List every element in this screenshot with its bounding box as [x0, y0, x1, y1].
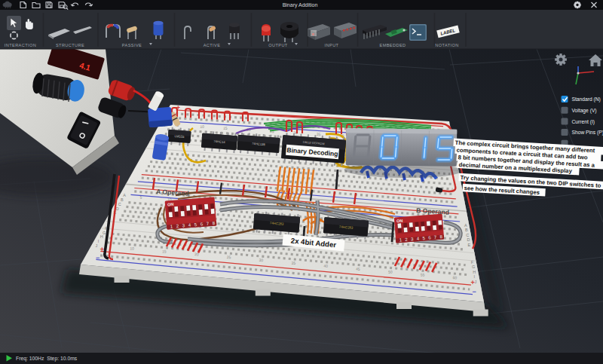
- svg-text:D: D: [467, 237, 470, 242]
- svg-text:+: +: [470, 279, 474, 286]
- svg-text:−: −: [96, 254, 99, 262]
- svg-text:J: J: [475, 280, 477, 284]
- svg-text:35: 35: [317, 132, 321, 136]
- svg-text:25: 25: [227, 255, 231, 259]
- svg-text:LM555: LM555: [174, 134, 185, 139]
- svg-text:A: A: [464, 223, 467, 228]
- svg-text:A: A: [123, 193, 126, 197]
- svg-text:C: C: [466, 233, 469, 237]
- svg-text:H: H: [473, 270, 476, 274]
- svg-text:ON: ON: [396, 219, 403, 224]
- svg-text:INTERACTION: INTERACTION: [5, 43, 36, 47]
- svg-text:15: 15: [223, 126, 228, 130]
- svg-text:Freq: 100Hz Step: 10.0ms: Freq: 100Hz Step: 10.0ms: [16, 356, 78, 362]
- svg-text:+: +: [100, 246, 104, 253]
- svg-text:B: B: [465, 228, 468, 232]
- svg-text:45: 45: [356, 267, 360, 271]
- svg-text:30: 30: [259, 258, 264, 262]
- svg-text:ON: ON: [167, 202, 174, 207]
- svg-text:60: 60: [453, 275, 458, 280]
- svg-text:10: 10: [130, 246, 134, 250]
- svg-text:35: 35: [291, 261, 295, 265]
- svg-text:EMBEDDED: EMBEDDED: [380, 43, 406, 47]
- svg-text:40: 40: [323, 264, 328, 268]
- svg-text:G: G: [472, 265, 475, 269]
- svg-text:Binary Addition: Binary Addition: [283, 2, 318, 8]
- svg-text:Show Pins (P): Show Pins (P): [572, 130, 603, 136]
- svg-text:PASSIVE: PASSIVE: [122, 43, 142, 47]
- svg-text:15: 15: [162, 249, 167, 253]
- svg-text:−: −: [473, 288, 476, 295]
- svg-text:Voltage (V): Voltage (V): [572, 108, 597, 114]
- svg-text:Current (I): Current (I): [572, 119, 595, 125]
- svg-text:10: 10: [200, 124, 204, 129]
- svg-text:OUTPUT: OUTPUT: [268, 43, 288, 47]
- svg-text:D: D: [116, 206, 119, 211]
- svg-text:NOTATION: NOTATION: [435, 43, 458, 47]
- svg-text:55: 55: [421, 272, 425, 277]
- svg-text:50: 50: [388, 269, 393, 274]
- svg-text:STRUCTURE: STRUCTURE: [56, 43, 84, 47]
- svg-text:ACTIVE: ACTIVE: [204, 43, 221, 47]
- svg-text:INPUT: INPUT: [325, 43, 339, 47]
- svg-text:H: H: [100, 234, 103, 239]
- svg-text:E: E: [468, 243, 471, 247]
- svg-text:Standard (N): Standard (N): [572, 96, 601, 102]
- svg-text:J: J: [96, 243, 98, 248]
